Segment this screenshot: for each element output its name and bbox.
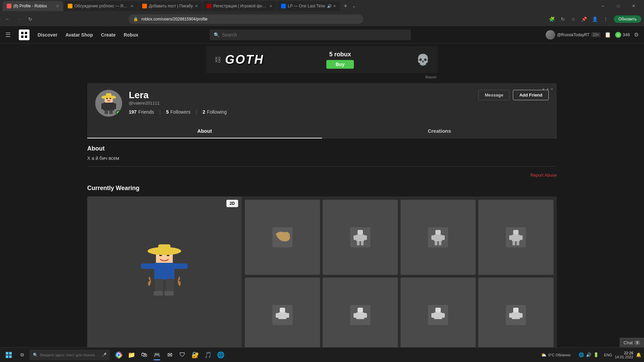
search-input[interactable] [222, 32, 407, 38]
language-indicator[interactable]: ENG [604, 353, 612, 357]
wearing-item-7[interactable] [478, 278, 553, 353]
svg-rect-68 [512, 312, 520, 319]
tab-close-1[interactable]: ✕ [56, 4, 59, 8]
clock[interactable]: 22:26 14.01.2022 [615, 351, 633, 359]
friends-stat[interactable]: 197 Friends [129, 109, 154, 115]
reload-button[interactable]: ↻ [25, 14, 35, 24]
skull-decoration: 💀 [416, 53, 430, 66]
svg-rect-63 [434, 312, 442, 319]
close-button[interactable]: ✕ [626, 0, 641, 12]
svg-rect-41 [441, 235, 445, 240]
svg-rect-3 [25, 36, 27, 38]
taskbar-app-extra[interactable]: 🎵 [202, 349, 214, 361]
profile-display-name: Lera [129, 90, 472, 101]
network-icon[interactable]: 🌐 [579, 352, 584, 357]
minimize-button[interactable]: ─ [595, 0, 610, 12]
chat-notification-badge: 8 [635, 341, 640, 345]
tab-close-2[interactable]: ✕ [130, 4, 133, 8]
wearing-item-2[interactable] [400, 200, 476, 275]
taskbar-app-chrome[interactable] [113, 349, 125, 361]
banner-report[interactable]: Report [425, 75, 436, 79]
wearing-item-3[interactable] [478, 200, 553, 275]
robux-display[interactable]: ◎ 348 [615, 32, 630, 38]
user-profile-nav[interactable]: @RussiaTodayRT 13+ [546, 30, 601, 40]
following-label: Following [207, 109, 227, 115]
taskbar-app-browser2[interactable]: 🌐 [215, 349, 227, 361]
banner-buy-button[interactable]: Buy [326, 60, 354, 69]
about-title: About [87, 145, 557, 152]
star-icon[interactable]: ☆ [570, 15, 578, 23]
browser-tab-1[interactable]: (8) Profile - Roblox ✕ [3, 1, 63, 11]
browser-tab-3[interactable]: Добавить пост | Пикабу ✕ [138, 1, 202, 11]
wearing-item-0[interactable] [245, 200, 320, 275]
wearing-item-5[interactable] [323, 278, 398, 353]
start-button[interactable] [3, 349, 15, 361]
forward-button[interactable]: → [14, 14, 23, 24]
tab-label-5: LP — One Last Time [288, 4, 325, 8]
refresh-icon[interactable]: ↻ [559, 15, 567, 23]
tab-about[interactable]: About [87, 124, 322, 138]
svg-point-77 [117, 354, 120, 356]
svg-rect-72 [9, 352, 12, 355]
followers-stat[interactable]: 5 Followers [166, 109, 191, 115]
settings-icon[interactable]: ⋮ [602, 15, 610, 23]
roblox-logo[interactable] [19, 29, 30, 40]
wearing-item-6[interactable] [400, 278, 476, 353]
pin-icon[interactable]: 📌 [580, 15, 588, 23]
tab-creations[interactable]: Creations [322, 124, 557, 138]
notifications-icon[interactable]: 📋 [604, 32, 611, 38]
taskbar-search-box[interactable]: 🔍 🎤 [30, 350, 110, 360]
tab-close-4[interactable]: ✕ [269, 4, 272, 8]
microphone-icon[interactable]: 🎤 [102, 353, 107, 357]
taskbar-app-store[interactable]: 🛍 [138, 349, 150, 361]
browser-tab-2[interactable]: Обсуждение роблокс — Яндек... ✕ [64, 1, 138, 11]
wearing-item-4[interactable] [245, 278, 320, 353]
wearing-avatar-display [131, 243, 198, 310]
search-icon: 🔍 [33, 353, 38, 357]
taskview-button[interactable]: ⧉ [16, 349, 28, 361]
following-stat[interactable]: 2 Following [203, 109, 227, 115]
new-tab-button[interactable]: + [341, 1, 350, 11]
item-figure-4-icon [272, 305, 292, 325]
svg-rect-36 [361, 241, 364, 245]
profile-options-button[interactable]: • • • [543, 86, 553, 92]
volume-icon[interactable]: 🔊 [586, 352, 591, 357]
taskbar-app-files[interactable]: 📁 [125, 349, 138, 361]
nav-robux[interactable]: Robux [124, 32, 139, 38]
report-abuse-link[interactable]: Report Abuse [530, 173, 557, 178]
settings-nav-icon[interactable]: ⚙ [634, 32, 639, 38]
nav-create[interactable]: Create [101, 32, 116, 38]
extensions-icon[interactable]: 🧩 [548, 15, 556, 23]
tab-overflow-button[interactable]: ⌄ [352, 4, 356, 8]
browser-tab-5[interactable]: LP — One Last Time 🔊 ✕ [277, 1, 340, 11]
notification-center-icon[interactable]: 🔔 [636, 352, 641, 357]
update-button[interactable]: Обновить [614, 15, 641, 23]
message-button[interactable]: Message [478, 90, 509, 100]
tab-close-3[interactable]: ✕ [195, 4, 198, 8]
chain-decoration: ⛓ [214, 56, 221, 64]
chat-button[interactable]: Chat 8 [620, 338, 644, 347]
taskbar-app-vpn[interactable]: 🔐 [189, 349, 201, 361]
wearing-item-1[interactable] [323, 200, 398, 275]
nav-avatar-shop[interactable]: Avatar Shop [65, 32, 93, 38]
taskbar-app-shield[interactable]: 🛡 [176, 349, 189, 361]
tab-close-5[interactable]: ✕ [333, 4, 336, 8]
taskbar-app-roblox[interactable]: 🎮 [151, 349, 163, 361]
svg-rect-59 [354, 313, 357, 318]
taskbar-search-input[interactable] [40, 353, 100, 357]
mute-icon[interactable]: 🔊 [327, 4, 332, 8]
tab-label-1: (8) Profile - Roblox [13, 4, 54, 8]
profile-icon[interactable]: 👤 [591, 15, 599, 23]
address-bar[interactable] [142, 17, 359, 21]
back-button[interactable]: ← [3, 14, 12, 24]
toggle-2d-button[interactable]: 2D [226, 200, 238, 207]
svg-rect-12 [106, 93, 111, 97]
svg-rect-47 [509, 235, 513, 240]
hamburger-menu-icon[interactable]: ☰ [5, 31, 11, 39]
maximize-button[interactable]: □ [610, 0, 626, 12]
nav-discover[interactable]: Discover [38, 32, 57, 38]
browser-tab-4[interactable]: Регистрация | Игровой форум... ✕ [203, 1, 276, 11]
svg-rect-54 [276, 313, 279, 318]
taskbar-app-mail[interactable]: ✉ [164, 349, 176, 361]
wearing-title: Currently Wearing [87, 185, 557, 192]
